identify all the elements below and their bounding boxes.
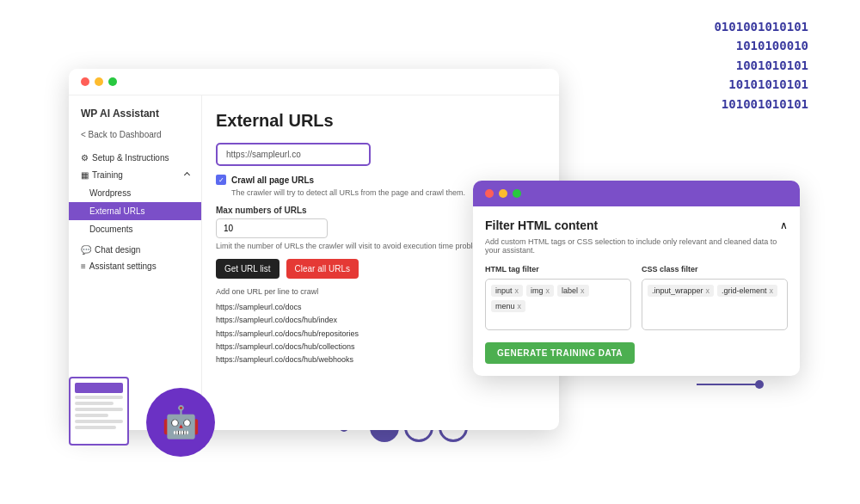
sidebar-item-external-urls[interactable]: External URLs — [69, 202, 201, 220]
tag-menu[interactable]: menu x — [491, 300, 525, 312]
filter-columns: HTML tag filter input x img x label x — [485, 265, 788, 330]
html-tag-area[interactable]: input x img x label x menu x — [485, 279, 631, 330]
doc-line — [75, 426, 116, 429]
html-tag-filter-col: HTML tag filter input x img x label x — [485, 265, 631, 330]
url-input[interactable] — [216, 143, 371, 166]
crawl-checkbox[interactable] — [216, 175, 226, 185]
doc-line — [75, 402, 114, 405]
main-window-titlebar — [69, 69, 559, 95]
filter-title-row: Filter HTML content ∧ — [485, 218, 788, 232]
binary-background: 0101001010101 1010100010 1001010101 1010… — [714, 17, 808, 114]
filter-toggle-icon[interactable]: ∧ — [780, 219, 788, 231]
tag-grid-element-remove[interactable]: x — [770, 286, 774, 295]
tag-label-remove[interactable]: x — [580, 286, 585, 295]
chevron-up-icon — [184, 172, 190, 178]
sidebar-brand: WP AI Assistant — [69, 108, 201, 130]
tag-input[interactable]: input x — [491, 285, 523, 297]
training-icon: ▦ — [81, 170, 89, 180]
page-title: External URLs — [216, 111, 545, 131]
chat-icon: 💬 — [81, 245, 91, 255]
tag-grid-element[interactable]: .grid-element x — [717, 285, 777, 297]
sidebar-assistant-settings[interactable]: ≡ Assistant settings — [69, 258, 201, 274]
settings-icon: ≡ — [81, 261, 86, 271]
titlebar-dot-green[interactable] — [108, 77, 117, 86]
filter-body: Filter HTML content ∧ Add custom HTML ta… — [473, 206, 800, 376]
crawl-checkbox-label: Crawl all page URLs — [231, 175, 314, 185]
tag-menu-remove[interactable]: x — [518, 302, 522, 310]
filter-titlebar — [473, 181, 800, 206]
deco-dot-right — [755, 380, 764, 389]
max-urls-input[interactable] — [216, 218, 328, 238]
doc-line — [75, 420, 123, 423]
filter-dot-green[interactable] — [513, 189, 521, 198]
tag-label[interactable]: label x — [557, 285, 589, 297]
get-url-list-button[interactable]: Get URL list — [216, 259, 280, 279]
gear-icon: ⚙ — [81, 153, 89, 163]
sidebar-back-button[interactable]: < Back to Dashboard — [69, 130, 201, 150]
doc-header — [75, 383, 123, 393]
filter-window: Filter HTML content ∧ Add custom HTML ta… — [473, 181, 800, 376]
tag-input-wrapper-remove[interactable]: x — [706, 286, 710, 295]
robot-icon: 🤖 — [162, 404, 200, 440]
css-class-filter-label: CSS class filter — [642, 265, 788, 274]
deco-line-right — [697, 384, 757, 385]
document-thumbnail — [69, 377, 129, 446]
titlebar-dot-yellow[interactable] — [95, 77, 103, 86]
sidebar-training[interactable]: ▦ Training — [69, 166, 201, 184]
filter-dot-red[interactable] — [485, 189, 494, 198]
sidebar-item-wordpress[interactable]: Wordpress — [69, 184, 201, 202]
doc-line — [75, 414, 108, 417]
html-tag-filter-label: HTML tag filter — [485, 265, 631, 274]
generate-training-data-button[interactable]: GENERATE TRAINING DATA — [485, 342, 635, 364]
filter-title: Filter HTML content — [485, 218, 598, 232]
titlebar-dot-red[interactable] — [81, 77, 89, 86]
filter-dot-yellow[interactable] — [499, 189, 507, 198]
tag-input-remove[interactable]: x — [515, 286, 519, 295]
tag-img-remove[interactable]: x — [546, 286, 550, 295]
sidebar-item-documents[interactable]: Documents — [69, 220, 201, 238]
css-tag-area[interactable]: .input_wrapper x .grid-element x — [642, 279, 788, 330]
clear-all-urls-button[interactable]: Clear all URLs — [286, 259, 359, 279]
css-class-filter-col: CSS class filter .input_wrapper x .grid-… — [642, 265, 788, 330]
tag-input-wrapper[interactable]: .input_wrapper x — [648, 285, 714, 297]
sidebar-chat-design[interactable]: 💬 Chat design — [69, 242, 201, 258]
sidebar-setup[interactable]: ⚙ Setup & Instructions — [69, 150, 201, 166]
doc-line — [75, 396, 123, 399]
filter-description: Add custom HTML tags or CSS selection to… — [485, 237, 788, 255]
robot-icon-circle: 🤖 — [146, 388, 215, 457]
tag-img[interactable]: img x — [526, 285, 554, 297]
doc-line — [75, 408, 123, 411]
